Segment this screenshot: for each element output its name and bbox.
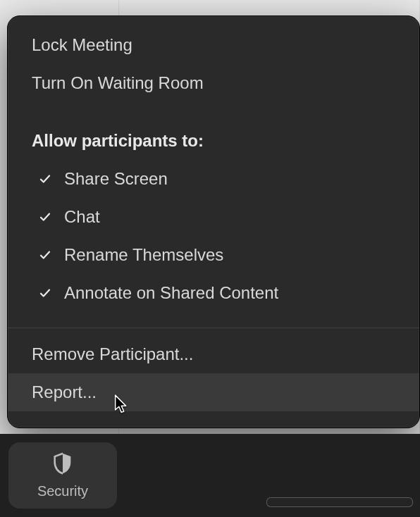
menu-item-lock-meeting[interactable]: Lock Meeting [8,26,419,64]
menu-item-label: Share Screen [64,170,168,187]
menu-item-label: Lock Meeting [32,37,132,54]
menu-heading-label: Allow participants to: [32,132,204,149]
toolbar-button-label: Security [37,483,88,499]
menu-item-label: Chat [64,208,100,225]
check-icon [39,287,57,299]
menu-item-label: Turn On Waiting Room [32,75,204,92]
menu-item-report[interactable]: Report... [8,373,419,411]
menu-item-label: Remove Participant... [32,346,193,363]
menu-item-label: Annotate on Shared Content [64,285,278,301]
menu-item-waiting-room[interactable]: Turn On Waiting Room [8,64,419,102]
menu-item-chat[interactable]: Chat [8,198,419,236]
menu-item-remove-participant[interactable]: Remove Participant... [8,335,419,373]
security-menu-popover: Lock Meeting Turn On Waiting Room Allow … [7,15,420,428]
menu-item-label: Rename Themselves [64,247,223,263]
meeting-toolbar: Security [0,434,420,517]
menu-divider [8,328,419,328]
menu-item-share-screen[interactable]: Share Screen [8,160,419,198]
shield-icon [51,451,75,479]
check-icon [39,173,57,185]
menu-item-rename[interactable]: Rename Themselves [8,236,419,274]
horizontal-scrollbar[interactable] [266,497,413,507]
security-button[interactable]: Security [8,442,117,509]
menu-item-annotate[interactable]: Annotate on Shared Content [8,274,419,312]
menu-heading-allow-participants: Allow participants to: [8,122,419,160]
menu-item-label: Report... [32,384,97,401]
check-icon [39,249,57,261]
check-icon [39,211,57,223]
